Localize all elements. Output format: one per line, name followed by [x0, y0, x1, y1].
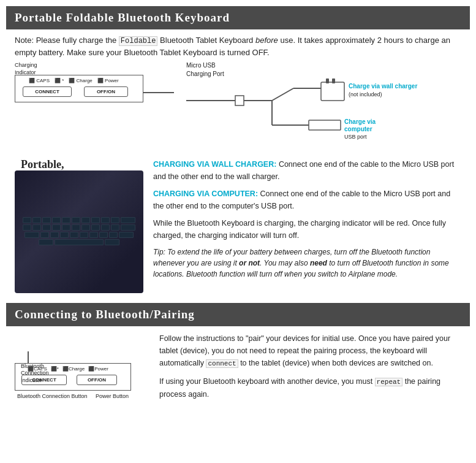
wall-charger-title: CHARGING VIA WALL CHARGER:: [153, 160, 276, 169]
portable-container: Portable,Universal: [15, 170, 143, 293]
micro-usb-label: Micro USBCharging Port: [186, 61, 461, 78]
bt-para1: Follow the instructions to "pair" your d…: [159, 332, 461, 370]
bt-power-label: Power Button: [96, 393, 129, 399]
charging-info: CHARGING VIA WALL CHARGER: Connect one e…: [153, 158, 461, 280]
bluetooth-section-header: Connecting to Bluetooth/Pairing: [6, 303, 470, 326]
main-container: Portable Foldable Bluetooth Keyboard Not…: [0, 0, 476, 419]
bt-connect-code: connect: [206, 359, 238, 368]
charge-indicator: ⬛ Charge: [69, 78, 92, 83]
portable-section: Portable,Universal: [6, 158, 470, 299]
svg-rect-8: [326, 78, 329, 83]
note-area: Note: Please fully charge the Foldable B…: [6, 29, 470, 61]
charging-indicator-label: ChargingIndicator: [15, 61, 37, 77]
note-code: Foldable: [119, 36, 158, 46]
keyboard-box: ⬛ CAPS ⬛ * ⬛ Charge ⬛ Power CONNECT OFF/…: [15, 75, 143, 102]
caps-indicator: ⬛ CAPS: [29, 78, 50, 83]
svg-text:computer: computer: [344, 126, 372, 132]
cable-svg: Charge via wall charger (not included) C…: [186, 82, 395, 156]
bluetooth-content: BluetoothConnectionIndicator ⬛CAPS ⬛* ⬛C…: [6, 326, 470, 413]
note-middle: Bluetooth Tablet Keyboard: [160, 36, 255, 45]
bt-button-labels: Bluetooth Connection Button Power Button: [15, 393, 131, 399]
svg-text:Charge via wall charger: Charge via wall charger: [349, 83, 417, 90]
section-header-keyboard: Portable Foldable Bluetooth Keyboard: [6, 6, 470, 29]
connect-button-diagram: CONNECT: [23, 86, 72, 97]
svg-text:(not included): (not included): [349, 91, 382, 98]
svg-line-5: [272, 88, 293, 101]
charging-diagram-area: ChargingIndicator ⬛ CAPS ⬛ * ⬛ Charge ⬛ …: [6, 61, 470, 156]
svg-rect-9: [332, 78, 335, 83]
bluetooth-section-title: Connecting to Bluetooth/Pairing: [15, 308, 195, 321]
svg-rect-1: [235, 96, 244, 105]
charging-tip: Tip: To extend the life of your battery …: [153, 247, 461, 280]
tip-text: Tip: To extend the life of your battery …: [153, 248, 449, 278]
keyboard-buttons: CONNECT OFF/ON: [19, 85, 139, 98]
bt-offon-button: OFF/ON: [77, 375, 117, 385]
bt-indicator-icons: ⬛CAPS ⬛* ⬛Charge ⬛Power: [28, 366, 127, 372]
bt-buttons: CONNECT OFF/ON: [19, 373, 127, 386]
bluetooth-diagram: BluetoothConnectionIndicator ⬛CAPS ⬛* ⬛C…: [15, 332, 149, 399]
svg-rect-7: [321, 82, 344, 101]
wall-charger-para: CHARGING VIA WALL CHARGER: Connect one e…: [153, 158, 461, 183]
cable-charger-area: Micro USBCharging Port: [186, 61, 461, 156]
note-prefix: Note: Please fully charge the: [15, 36, 116, 45]
bt-connect-button: CONNECT: [21, 375, 67, 385]
power-indicator: ⬛ Power: [97, 78, 119, 83]
bluetooth-text: Follow the instructions to "pair" your d…: [159, 332, 461, 407]
bt-power: ⬛Power: [88, 366, 108, 372]
section-title: Portable Foldable Bluetooth Keyboard: [15, 11, 230, 24]
bt-charge: ⬛Charge: [62, 366, 85, 372]
keyboard-photo: [15, 170, 143, 293]
computer-charger-title: CHARGING VIA COMPUTER:: [153, 189, 258, 198]
keyboard-keys: [21, 217, 137, 247]
bt-star: ⬛*: [51, 366, 59, 372]
bt-para1-end: to the tablet (device) when both devices…: [238, 359, 433, 367]
bt-caps: ⬛CAPS: [28, 366, 47, 372]
note-emphasis: before: [255, 36, 278, 45]
charging-status-para: While the Bluetooth Keyboard is charging…: [153, 217, 461, 242]
offon-button-diagram: OFF/ON: [84, 86, 128, 97]
bt-keyboard-box: ⬛CAPS ⬛* ⬛Charge ⬛Power CONNECT OFF/ON: [15, 363, 131, 391]
cable-connect-line: [143, 92, 174, 93]
computer-charger-para: CHARGING VIA COMPUTER: Connect one end o…: [153, 188, 461, 212]
svg-text:USB port: USB port: [344, 134, 367, 140]
bt-indicator-line: [28, 351, 29, 364]
bt-diagram-wrapper: BluetoothConnectionIndicator ⬛CAPS ⬛* ⬛C…: [15, 363, 149, 399]
star-indicator: ⬛ *: [55, 78, 64, 83]
keyboard-diagram-left: ChargingIndicator ⬛ CAPS ⬛ * ⬛ Charge ⬛ …: [15, 61, 180, 102]
indicator-icons-row: ⬛ CAPS ⬛ * ⬛ Charge ⬛ Power: [29, 78, 139, 83]
bt-connect-label: Bluetooth Connection Button: [17, 393, 88, 399]
bt-repeat-code: repeat: [375, 378, 403, 386]
bt-para2-start: If using your Bluetooth keyboard with an…: [159, 377, 375, 386]
bt-para2: If using your Bluetooth keyboard with an…: [159, 375, 461, 400]
svg-rect-10: [309, 120, 341, 130]
svg-text:Charge via: Charge via: [344, 118, 376, 125]
